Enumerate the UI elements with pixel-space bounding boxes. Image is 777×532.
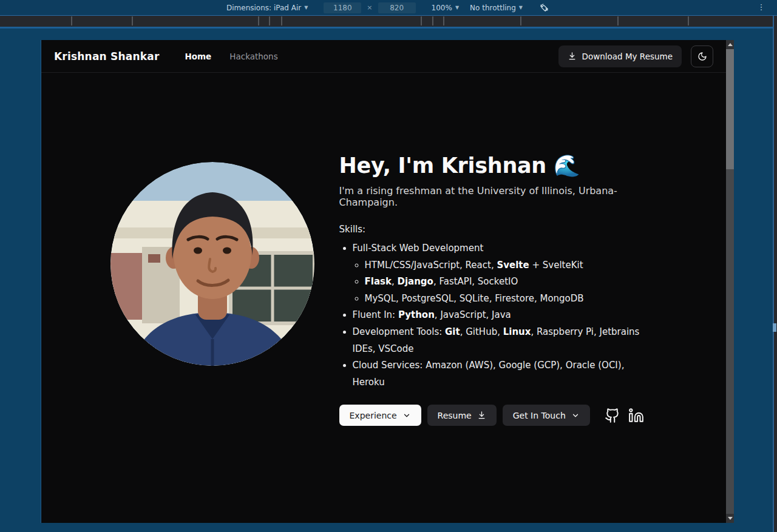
resume-label: Resume <box>438 411 472 420</box>
get-in-touch-label: Get In Touch <box>513 411 566 420</box>
outer-scrollbar-thumb[interactable] <box>773 323 776 332</box>
screen: Dimensions: iPad Air ▼ × 100% ▼ No throt… <box>0 0 777 532</box>
mq-divider <box>520 16 521 25</box>
dimensions-label: Dimensions: iPad Air <box>226 4 301 12</box>
rotate-device-button[interactable] <box>538 2 551 14</box>
nav-link-home[interactable]: Home <box>185 52 211 61</box>
zoom-value: 100% <box>432 4 452 12</box>
scrollbar-thumb[interactable] <box>726 49 734 169</box>
skills-label: Skills: <box>339 224 657 235</box>
chevron-down-icon <box>571 411 580 420</box>
skill-item: Development Tools: Git, GitHub, Linux, R… <box>353 324 657 357</box>
header-actions: Download My Resume <box>558 45 713 67</box>
mq-divider <box>617 16 619 25</box>
get-in-touch-button[interactable]: Get In Touch <box>503 405 590 426</box>
viewport-width-input[interactable] <box>324 2 361 13</box>
throttling-selector[interactable]: No throttling ▼ <box>470 4 523 12</box>
skill-item: Fluent In: Python, JavaScript, Java <box>353 307 657 324</box>
skills-list: Full-Stack Web DevelopmentHTML/CSS/JavaS… <box>339 240 657 391</box>
resume-button[interactable]: Resume <box>427 405 497 426</box>
experience-label: Experience <box>350 411 397 420</box>
cta-row: Experience Resume Get In Touch <box>339 405 657 426</box>
outer-scrollbar[interactable] <box>773 16 777 532</box>
moon-icon <box>697 52 707 61</box>
theme-toggle-button[interactable] <box>691 45 713 67</box>
triangle-up-icon <box>728 43 733 46</box>
skill-item: HTML/CSS/JavaScript, React, Svelte + Sve… <box>365 257 657 274</box>
hero-title: Hey, I'm Krishnan 🌊 <box>339 153 657 178</box>
triangle-down-icon <box>728 517 733 520</box>
hero-subtitle: I'm a rising freshman at the University … <box>339 185 657 208</box>
mq-divider <box>269 16 270 25</box>
mq-divider <box>443 16 444 25</box>
main-nav: Home Hackathons <box>185 52 277 61</box>
dimensions-selector[interactable]: Dimensions: iPad Air ▼ <box>226 4 308 12</box>
mq-divider <box>421 16 422 25</box>
experience-button[interactable]: Experience <box>339 405 421 426</box>
site-header: Krishnan Shankar Home Hackathons Downloa… <box>41 40 726 73</box>
mq-divider <box>432 16 433 25</box>
zoom-selector[interactable]: 100% ▼ <box>432 4 459 12</box>
viewport-height-input[interactable] <box>378 2 416 13</box>
download-icon <box>568 52 577 61</box>
mq-divider <box>281 16 282 25</box>
media-query-bar[interactable] <box>0 15 777 29</box>
skill-item: Cloud Services: Amazon (AWS), Google (GC… <box>353 357 657 391</box>
chevron-down-icon <box>402 411 411 420</box>
chevron-down-icon: ▼ <box>304 5 308 10</box>
github-link[interactable] <box>605 408 620 423</box>
linkedin-icon <box>628 408 644 423</box>
scroll-up-button[interactable] <box>726 40 734 49</box>
devtools-menu-button[interactable]: ⋮ <box>755 1 767 13</box>
social-links <box>605 408 644 423</box>
mq-divider <box>132 16 133 25</box>
mq-divider <box>688 16 689 25</box>
download-resume-label: Download My Resume <box>582 52 673 61</box>
skill-item: MySQL, PostgreSQL, SQLite, Firestore, Mo… <box>365 291 657 308</box>
scroll-down-button[interactable] <box>726 514 734 523</box>
skill-item: Full-Stack Web DevelopmentHTML/CSS/JavaS… <box>353 240 657 307</box>
nav-link-hackathons[interactable]: Hackathons <box>229 52 277 61</box>
site-logo[interactable]: Krishnan Shankar <box>54 50 159 62</box>
throttling-value: No throttling <box>470 4 516 12</box>
page-scrollbar[interactable] <box>726 40 734 523</box>
chevron-down-icon: ▼ <box>519 5 523 10</box>
rotate-device-icon <box>539 2 549 13</box>
hero-text-column: Hey, I'm Krishnan 🌊 I'm a rising freshma… <box>339 153 657 426</box>
devtools-device-toolbar: Dimensions: iPad Air ▼ × 100% ▼ No throt… <box>0 0 777 15</box>
chevron-down-icon: ▼ <box>455 5 459 10</box>
skill-item: Flask, Django, FastAPI, SocketIO <box>365 274 657 291</box>
emulated-page-viewport: Krishnan Shankar Home Hackathons Downloa… <box>41 40 726 523</box>
github-icon <box>605 408 620 423</box>
mq-divider <box>258 16 259 25</box>
linkedin-link[interactable] <box>628 408 644 423</box>
dimension-separator: × <box>367 4 372 12</box>
hero-section: Hey, I'm Krishnan 🌊 I'm a rising freshma… <box>110 153 657 426</box>
profile-photo <box>110 162 314 366</box>
mq-divider <box>71 16 72 25</box>
download-resume-button[interactable]: Download My Resume <box>558 45 682 67</box>
download-icon <box>477 411 486 420</box>
